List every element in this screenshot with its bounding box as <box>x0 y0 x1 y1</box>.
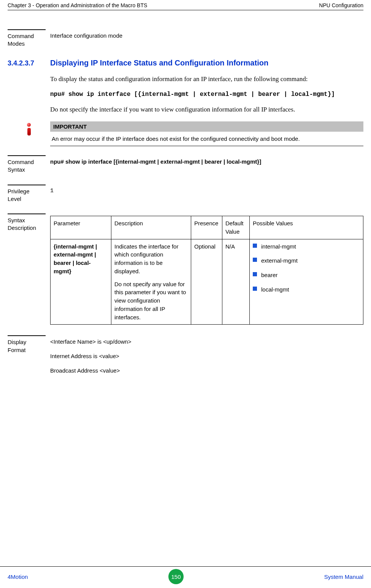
section-heading: 3.4.2.3.7 Displaying IP Interface Status… <box>8 59 363 67</box>
important-icon-col <box>8 121 50 146</box>
section-command: npu# show ip interface [{internal-mgmt |… <box>50 91 363 98</box>
header-right: NPU Configuration <box>319 2 363 8</box>
list-item: local-mgmt <box>253 285 360 294</box>
col-parameter: Parameter <box>51 216 111 239</box>
cell-parameter: {internal-mgmt | external-mgmt | bearer … <box>51 239 111 325</box>
possible-values-list: internal-mgmt external-mgmt bearer local… <box>253 242 360 294</box>
cell-description: Indicates the interface for which config… <box>111 239 191 325</box>
page-number-badge: 150 <box>168 569 184 584</box>
important-body: IMPORTANT An error may occur if the IP i… <box>50 121 363 146</box>
privilege-level-block: Privilege Level 1 <box>8 185 363 203</box>
col-description: Description <box>111 216 191 239</box>
section-number: 3.4.2.3.7 <box>8 59 50 67</box>
important-text: An error may occur if the IP interface d… <box>50 132 363 146</box>
table-header-row: Parameter Description Presence Default V… <box>51 216 363 239</box>
list-item: internal-mgmt <box>253 242 360 251</box>
display-format-body: <Interface Name> is <up/down> Internet A… <box>50 335 363 381</box>
col-possible: Possible Values <box>250 216 363 239</box>
important-label: IMPORTANT <box>50 121 363 132</box>
syntax-description-block: Syntax Description Parameter Description… <box>8 214 363 325</box>
col-default: Default Value <box>222 216 250 239</box>
important-box: IMPORTANT An error may occur if the IP i… <box>8 121 363 146</box>
syntax-table: Parameter Description Presence Default V… <box>50 216 363 325</box>
cell-default: N/A <box>222 239 250 325</box>
privilege-level-value: 1 <box>50 185 363 195</box>
command-modes-block: Command Modes Interface configuration mo… <box>8 29 363 48</box>
display-format-line: Internet Address is <value> <box>50 352 363 360</box>
section-title: Displaying IP Interface Status and Confi… <box>50 59 268 67</box>
footer-left: 4Motion <box>8 574 28 580</box>
page-header: Chapter 3 - Operation and Administration… <box>8 0 363 10</box>
command-syntax-label: Command Syntax <box>8 155 46 174</box>
section-note: Do not specify the interface if you want… <box>50 105 363 115</box>
command-syntax-block: Command Syntax npu# show ip interface [{… <box>8 155 363 174</box>
privilege-level-label: Privilege Level <box>8 185 46 203</box>
page-content: Command Modes Interface configuration mo… <box>8 10 363 381</box>
footer-right: System Manual <box>324 574 363 580</box>
display-format-block: Display Format <Interface Name> is <up/d… <box>8 335 363 381</box>
display-format-line: Broadcast Address <value> <box>50 367 363 375</box>
col-presence: Presence <box>191 216 222 239</box>
display-format-label: Display Format <box>8 335 46 354</box>
section-intro: To display the status and configuration … <box>50 74 363 84</box>
command-modes-value: Interface configuration mode <box>50 29 363 40</box>
important-icon <box>25 123 32 136</box>
display-format-line: <Interface Name> is <up/down> <box>50 338 363 346</box>
header-left: Chapter 3 - Operation and Administration… <box>8 2 147 8</box>
list-item: external-mgmt <box>253 257 360 265</box>
syntax-description-label: Syntax Description <box>8 214 46 232</box>
syntax-description-body: Parameter Description Presence Default V… <box>50 214 363 325</box>
command-modes-label: Command Modes <box>8 29 46 48</box>
table-row: {internal-mgmt | external-mgmt | bearer … <box>51 239 363 325</box>
page-footer: 4Motion 150 System Manual <box>0 566 371 588</box>
cell-presence: Optional <box>191 239 222 325</box>
command-syntax-value: npu# show ip interface [{internal-mgmt |… <box>50 155 363 166</box>
list-item: bearer <box>253 271 360 279</box>
cell-possible: internal-mgmt external-mgmt bearer local… <box>250 239 363 325</box>
